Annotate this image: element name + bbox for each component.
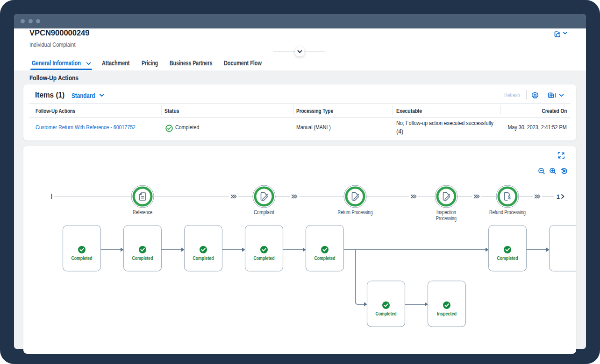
svg-text:$: $	[508, 195, 511, 200]
svg-text:Return Processing: Return Processing	[338, 209, 373, 216]
svg-text:Complaint: Complaint	[254, 209, 274, 216]
svg-text:Inspected: Inspected	[437, 311, 457, 316]
svg-text:Completed: Completed	[376, 311, 397, 316]
svg-text:Inspection: Inspection	[436, 209, 456, 216]
svg-text:Reference: Reference	[133, 209, 152, 216]
svg-text:1: 1	[557, 194, 560, 200]
svg-text:Refund Processing: Refund Processing	[489, 209, 526, 216]
svg-text:Completed: Completed	[132, 255, 153, 261]
svg-text:Completed: Completed	[497, 255, 518, 261]
svg-text:Processing: Processing	[436, 215, 457, 222]
svg-text:Completed: Completed	[193, 255, 214, 261]
svg-text:Completed: Completed	[254, 255, 275, 261]
svg-text:Completed: Completed	[71, 255, 93, 261]
svg-text:Completed: Completed	[314, 255, 336, 261]
